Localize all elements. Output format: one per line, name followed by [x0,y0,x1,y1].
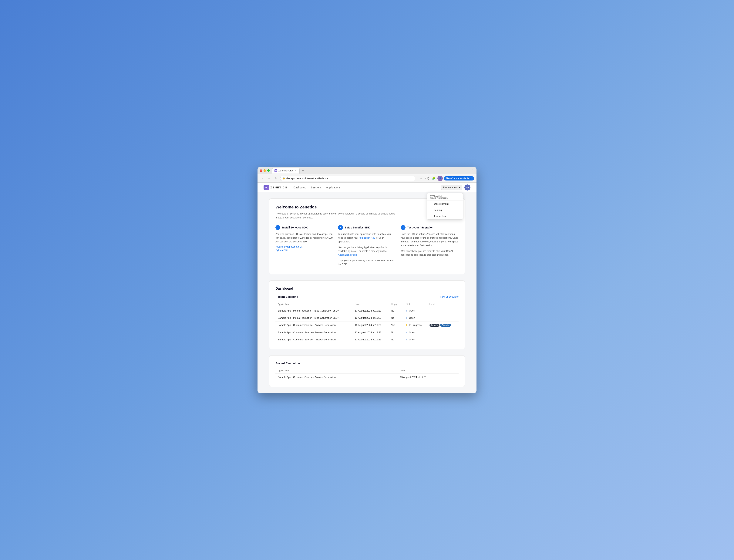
state-dot-icon [406,317,407,319]
state-text: Open [409,331,415,334]
star-icon: ☆ [420,177,422,180]
chevron-down-icon: ▾ [459,186,460,189]
tab-bar: Zenetics Portal × + [272,168,472,174]
nav-links: Dashboard Sessions Applications [293,185,441,190]
cell-labels: LengthTonality [427,321,459,329]
main-content: ZENETICS Dashboard Sessions Applications… [258,183,476,393]
cell-state: Open [404,314,427,321]
cell-state: Open [404,336,427,343]
nav-right: Development ▾ MM Available Environments … [441,184,470,191]
step-3-description-2: Well done! Now, you are ready to ship yo… [401,249,459,257]
table-row[interactable]: Sample App - Customer Service - Answer G… [275,321,459,329]
recent-sessions-title: Recent Sessions [275,295,298,298]
applications-page-link[interactable]: Applications Page [338,254,357,256]
cell-app: Sample App - Media Production - Blog Gen… [275,314,352,321]
window-chevron-icon[interactable]: ˅ [472,169,474,173]
bookmark-button[interactable]: ☆ [418,176,423,181]
js-sdk-link[interactable]: Javascript/Typescript SDK [275,245,333,248]
eval-cell-app: Sample App - Customer Service - Answer G… [275,373,398,381]
cell-app: Sample App - Media Production - Blog Gen… [275,307,352,314]
table-row[interactable]: Sample App - Customer Service - Answer G… [275,336,459,343]
title-bar: Zenetics Portal × + ˅ [258,167,476,174]
step-2-title: Setup Zenetics SDK [345,226,370,229]
step-2-description-3: Copy your application key and add it to … [338,259,396,266]
chrome-update-label: New Chrome available [446,177,469,180]
step-1: 1 Install Zenetics SDK Zenetics provides… [275,225,333,268]
tab-close-button[interactable]: × [295,169,297,172]
recent-sessions-header: Recent Sessions View all sessions [275,295,459,298]
step-1-title: Install Zenetics SDK [282,226,308,229]
maximize-window-button[interactable] [267,169,270,172]
app-nav: ZENETICS Dashboard Sessions Applications… [258,183,476,192]
env-option-development[interactable]: ✓ Development [427,201,463,207]
step-1-header: 1 Install Zenetics SDK [275,225,333,230]
step-3-number: 3 [401,225,406,230]
cell-date: 13 August 2024 at 19:23 [352,329,389,336]
cell-flagged: No [389,314,403,321]
nav-sessions[interactable]: Sessions [311,185,322,190]
minimize-window-button[interactable] [264,169,266,172]
env-testing-label: Testing [434,209,442,211]
app-key-link[interactable]: Application Key [359,237,375,239]
cell-labels [427,336,459,343]
info-button[interactable]: i [425,176,430,181]
env-option-testing[interactable]: Testing [427,207,463,213]
python-sdk-link[interactable]: Python SDK [275,249,333,251]
browser-actions: ☆ i 🧩 👤 New Chrome available ⋮ [418,176,474,181]
back-icon: ← [261,177,264,180]
step-1-number: 1 [275,225,280,230]
table-row[interactable]: Sample App - Media Production - Blog Gen… [275,307,459,314]
dashboard-title: Dashboard [275,287,459,291]
cell-flagged: No [389,307,403,314]
table-row[interactable]: Sample App - Media Production - Blog Gen… [275,314,459,321]
cell-labels [427,307,459,314]
active-tab[interactable]: Zenetics Portal × [272,168,300,174]
eval-table-row[interactable]: Sample App - Customer Service - Answer G… [275,373,459,381]
svg-point-0 [275,170,277,171]
logo-icon [264,185,269,190]
env-selector[interactable]: Development ▾ [441,185,462,190]
table-header-row: Application Date Flagged State Labels [275,301,459,307]
extensions-button[interactable]: 🧩 [431,176,436,181]
tab-favicon [274,169,277,172]
forward-icon: → [268,177,271,180]
table-row[interactable]: Sample App - Customer Service - Answer G… [275,329,459,336]
nav-applications[interactable]: Applications [326,185,341,190]
view-all-sessions-link[interactable]: View all sessions [440,295,459,298]
forward-button[interactable]: → [267,176,272,181]
cell-date: 13 August 2024 at 19:23 [352,307,389,314]
env-development-label: Development [434,202,449,205]
cell-labels [427,314,459,321]
nav-dashboard[interactable]: Dashboard [293,185,306,190]
step-3-title: Test your integration [407,226,433,229]
eval-col-application: Application [275,368,398,374]
col-flagged: Flagged [389,301,403,307]
url-bar[interactable]: 🔒 dev.app.zenetics.io/envs/dev/dashboard [280,176,415,181]
traffic-lights [260,169,270,172]
new-tab-button[interactable]: + [300,168,305,173]
env-production-label: Production [434,215,446,218]
env-option-production[interactable]: Production [427,213,463,219]
page-content: Welcome to Zenetics The setup of Zenetic… [263,192,471,393]
puzzle-icon: 🧩 [432,177,435,180]
col-labels: Labels [427,301,459,307]
step-2-description: To authenticate your application with Ze… [338,232,396,244]
cell-app: Sample App - Customer Service - Answer G… [275,321,352,329]
evaluation-section: Recent Evaluation Application Date Sampl… [269,355,465,387]
profile-button[interactable]: 👤 [437,176,443,181]
cell-app: Sample App - Customer Service - Answer G… [275,329,352,336]
step-1-description: Zenetics provides SDKs or Python and Jav… [275,232,333,244]
recent-evaluation-title: Recent Evaluation [275,362,459,365]
cell-state: In Progress [404,321,427,329]
tab-title: Zenetics Portal [278,169,293,172]
close-window-button[interactable] [260,169,262,172]
user-avatar[interactable]: MM [464,184,470,191]
step-2: 2 Setup Zenetics SDK To authenticate you… [338,225,396,268]
cell-state: Open [404,329,427,336]
step-2-number: 2 [338,225,343,230]
back-button[interactable]: ← [260,176,265,181]
cell-date: 13 August 2024 at 19:23 [352,321,389,329]
chrome-update-button[interactable]: New Chrome available ⋮ [444,176,474,180]
refresh-button[interactable]: ↻ [273,176,279,181]
dashboard-section: Dashboard Recent Sessions View all sessi… [269,280,465,349]
